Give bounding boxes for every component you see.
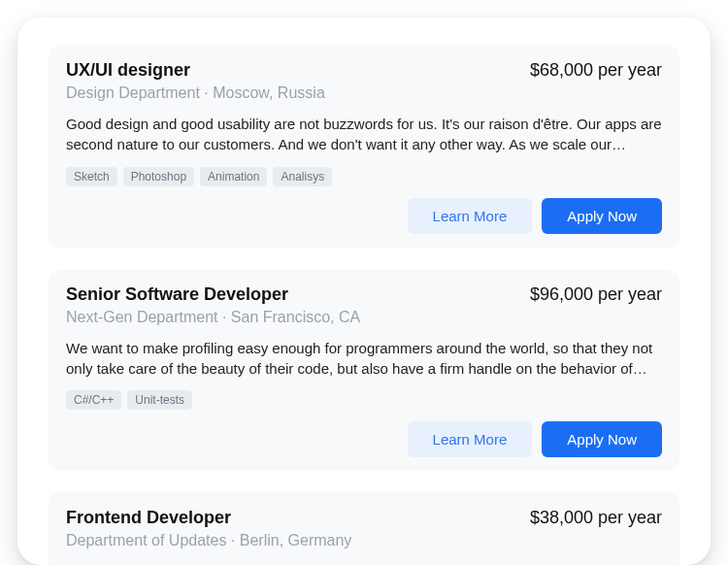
job-salary: $96,000 per year bbox=[530, 284, 662, 305]
job-tags: Sketch Photoshop Animation Analisys bbox=[66, 167, 662, 186]
job-card: Frontend Developer $38,000 per year Depa… bbox=[49, 492, 679, 565]
jobs-panel: UX/UI designer $68,000 per year Design D… bbox=[17, 17, 711, 565]
skill-tag: Unit-tests bbox=[127, 390, 192, 410]
job-department: Next-Gen Department · San Francisco, CA bbox=[66, 309, 662, 326]
job-title: UX/UI designer bbox=[66, 60, 190, 81]
apply-now-button[interactable]: Apply Now bbox=[542, 198, 662, 234]
learn-more-button[interactable]: Learn More bbox=[408, 421, 533, 457]
job-department: Design Department · Moscow, Russia bbox=[66, 84, 662, 102]
job-salary: $38,000 per year bbox=[530, 508, 662, 528]
apply-now-button[interactable]: Apply Now bbox=[542, 421, 662, 457]
skill-tag: Analisys bbox=[273, 167, 332, 186]
skill-tag: Sketch bbox=[66, 167, 117, 186]
job-department: Department of Updates · Berlin, Germany bbox=[66, 532, 662, 549]
skill-tag: C#/C++ bbox=[66, 390, 121, 410]
skill-tag: Animation bbox=[200, 167, 267, 186]
learn-more-button[interactable]: Learn More bbox=[408, 198, 533, 234]
job-tags: C#/C++ Unit-tests bbox=[66, 390, 662, 410]
job-description: We are looking for talented and dedicate… bbox=[66, 561, 662, 565]
job-salary: $68,000 per year bbox=[530, 60, 662, 81]
job-description: Good design and good usability are not b… bbox=[66, 114, 662, 155]
job-description: We want to make profiling easy enough fo… bbox=[66, 338, 662, 380]
job-title: Frontend Developer bbox=[66, 508, 231, 528]
job-title: Senior Software Developer bbox=[66, 284, 288, 305]
skill-tag: Photoshop bbox=[123, 167, 194, 186]
job-card: UX/UI designer $68,000 per year Design D… bbox=[49, 45, 679, 248]
job-card: Senior Software Developer $96,000 per ye… bbox=[49, 269, 679, 472]
